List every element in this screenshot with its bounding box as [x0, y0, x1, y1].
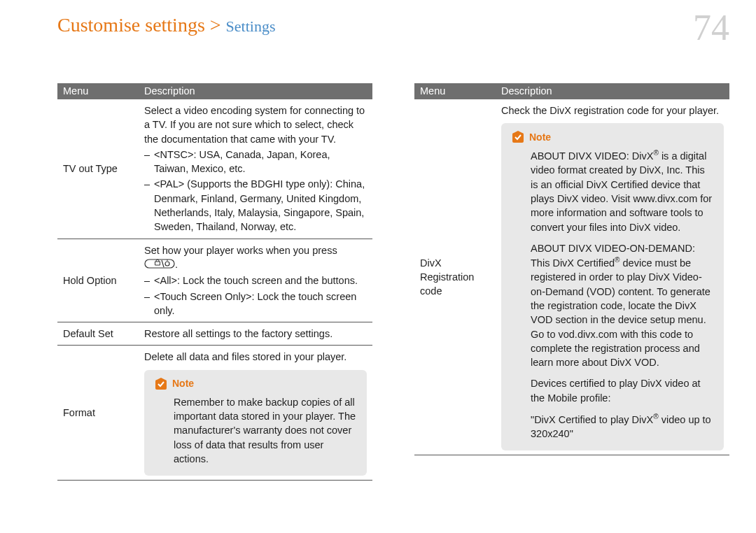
divx-p3: Devices certified to play DivX video at …: [531, 376, 714, 405]
menu-tvout: TV out Type: [57, 99, 139, 239]
format-note-box: Note Remember to make backup copies of a…: [144, 370, 367, 476]
desc-hold: Set how your player works when you press…: [139, 239, 372, 322]
col-header-menu-r: Menu: [414, 83, 496, 99]
divx-p2: ABOUT DIVX VIDEO-ON-DEMAND: This DivX Ce…: [531, 241, 714, 370]
breadcrumb-sep: >: [205, 14, 226, 36]
row-hold: Hold Option Set how your player works wh…: [57, 239, 372, 322]
tvout-intro: Select a video encoding system for conne…: [144, 104, 367, 146]
divx-intro: Check the DivX registration code for you…: [501, 104, 724, 118]
desc-default: Restore all settings to the factory sett…: [139, 322, 372, 346]
hold-bullet-touch: – <Touch Screen Only>: Lock the touch sc…: [144, 290, 367, 318]
svg-point-2: [165, 262, 169, 266]
hold-bullet-all: – <All>: Lock the touch screen and the b…: [144, 273, 367, 287]
content-area: Menu Description TV out Type Select a vi…: [0, 45, 756, 481]
desc-tvout: Select a video encoding system for conne…: [139, 99, 372, 239]
row-format: Format Delete all data and files stored …: [57, 346, 372, 481]
divx-note-box: Note ABOUT DIVX VIDEO: DivX® is a digita…: [501, 123, 724, 450]
note-header-r: Note: [511, 130, 714, 144]
row-default: Default Set Restore all settings to the …: [57, 322, 372, 346]
settings-table-right: Menu Description DivX Registration code …: [414, 83, 729, 455]
menu-hold: Hold Option: [57, 239, 139, 322]
left-column: Menu Description TV out Type Select a vi…: [57, 83, 372, 481]
menu-divx: DivX Registration code: [414, 99, 496, 455]
settings-table-left: Menu Description TV out Type Select a vi…: [57, 83, 372, 481]
note-label: Note: [172, 377, 194, 391]
col-header-menu: Menu: [57, 83, 139, 99]
col-header-description: Description: [139, 83, 372, 99]
breadcrumb-main: Customise settings: [57, 14, 205, 36]
hold-button-icon: [144, 258, 175, 272]
desc-format: Delete all data and files stored in your…: [139, 346, 372, 481]
divx-note-body: ABOUT DIVX VIDEO: DivX® is a digital vid…: [511, 148, 714, 441]
divx-p1: ABOUT DIVX VIDEO: DivX® is a digital vid…: [531, 148, 714, 234]
row-tvout: TV out Type Select a video encoding syst…: [57, 99, 372, 239]
page-number: 74: [693, 7, 729, 48]
row-divx: DivX Registration code Check the DivX re…: [414, 99, 729, 455]
tvout-bullet-pal: – <PAL> (Supports the BDGHI type only): …: [144, 177, 367, 234]
desc-divx: Check the DivX registration code for you…: [496, 99, 729, 455]
note-header: Note: [154, 377, 357, 391]
menu-default: Default Set: [57, 322, 139, 346]
divx-p4: "DivX Certified to play DivX® video up t…: [531, 412, 714, 441]
note-icon-r: [511, 130, 525, 144]
svg-line-1: [162, 260, 164, 267]
breadcrumb-sub: Settings: [226, 17, 276, 35]
note-icon: [154, 377, 168, 391]
tvout-bullet-ntsc: – <NTSC>: USA, Canada, Japan, Korea, Tai…: [144, 148, 367, 176]
col-header-description-r: Description: [496, 83, 729, 99]
breadcrumb: Customise settings > Settings: [0, 0, 756, 45]
format-intro: Delete all data and files stored in your…: [144, 350, 367, 364]
right-column: Menu Description DivX Registration code …: [414, 83, 729, 481]
format-note-body: Remember to make backup copies of all im…: [154, 395, 357, 466]
menu-format: Format: [57, 346, 139, 481]
note-label-r: Note: [529, 131, 551, 145]
hold-intro: Set how your player works when you press…: [144, 243, 367, 273]
